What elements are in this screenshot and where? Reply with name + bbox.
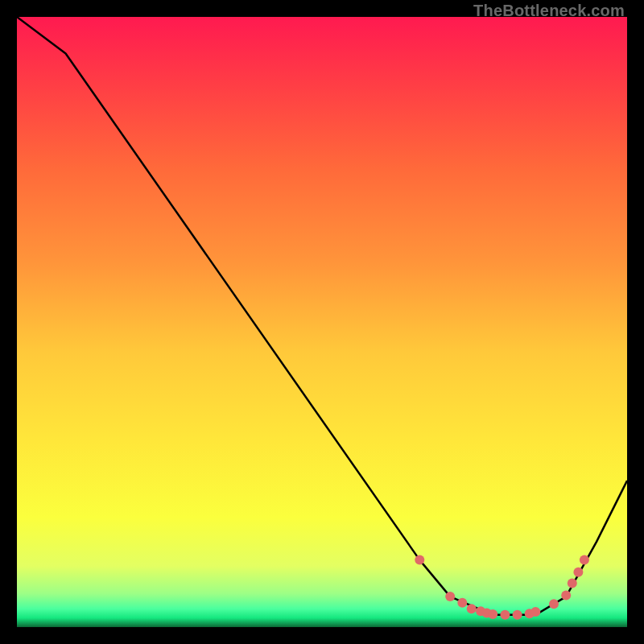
optimal-range-dot [573,568,583,577]
optimal-range-dot [488,609,497,619]
chart-frame [17,17,627,627]
bottleneck-chart [17,17,627,627]
optimal-range-dot [500,610,510,620]
optimal-range-dot [549,599,559,609]
optimal-range-dot [457,598,467,608]
optimal-range-dot [561,591,571,601]
watermark-text: TheBottleneck.com [473,2,625,20]
optimal-range-dot [530,607,540,617]
optimal-range-dot [580,555,589,565]
optimal-range-dot [513,610,522,620]
optimal-range-dot [415,555,424,565]
optimal-range-dot [467,604,477,613]
chart-background [17,17,627,627]
optimal-range-dot [445,592,455,601]
optimal-range-dot [568,578,577,588]
